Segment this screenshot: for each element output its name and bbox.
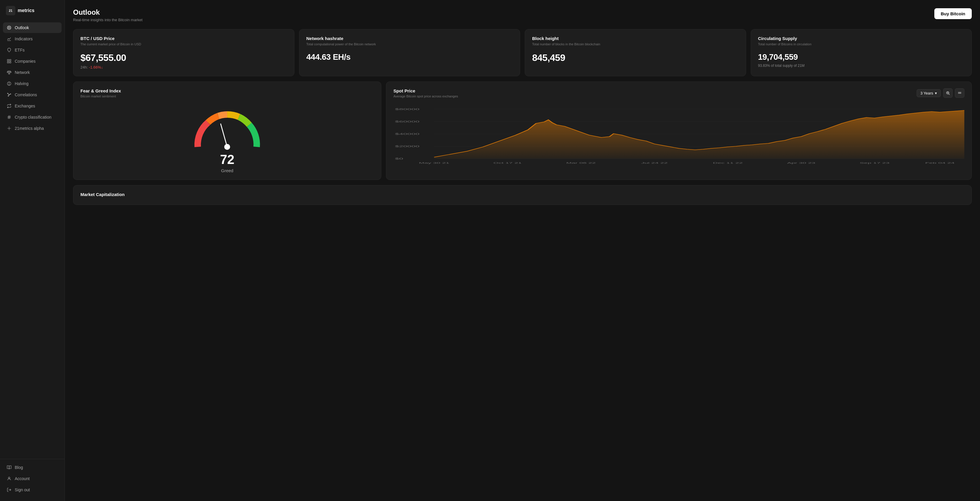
hashrate-desc: Total computational power of the Bitcoin… — [306, 42, 513, 46]
sidebar-item-account[interactable]: Account — [3, 473, 62, 484]
svg-rect-6 — [10, 62, 11, 63]
svg-line-31 — [221, 124, 227, 147]
menu-button[interactable] — [955, 88, 964, 98]
fear-greed-label: Greed — [221, 168, 233, 173]
sidebar-item-21metrics-alpha[interactable]: 21metrics alpha — [3, 123, 62, 134]
sidebar-item-indicators[interactable]: Indicators — [3, 33, 62, 44]
svg-point-0 — [8, 27, 10, 28]
spot-price-panel: Spot Price Average Bitcoin spot price ac… — [386, 82, 972, 180]
buy-bitcoin-button[interactable]: Buy Bitcoin — [934, 8, 972, 19]
x-label-6: Apr 30 23 — [787, 162, 815, 164]
halving-icon — [6, 81, 12, 86]
y-label-0: $0 — [395, 157, 403, 160]
sidebar-item-exchanges[interactable]: Exchanges — [3, 101, 62, 111]
hashrate-value: 444.63 EH/s — [306, 52, 513, 62]
time-selector-label: 3 Years — [921, 91, 933, 95]
sidebar-item-sign-out[interactable]: Sign out — [3, 485, 62, 495]
alpha-icon — [6, 126, 12, 131]
svg-point-29 — [8, 477, 10, 479]
network-icon — [6, 70, 12, 75]
circulating-supply-value: 19,704,559 — [758, 52, 965, 62]
svg-rect-8 — [10, 71, 11, 72]
exchanges-icon — [6, 103, 12, 109]
sidebar-item-blog[interactable]: Blog — [3, 462, 62, 473]
companies-icon — [6, 59, 12, 64]
svg-rect-7 — [7, 71, 8, 72]
btc-price-value: $67,555.00 — [80, 52, 287, 63]
page-header: Outlook Real-time insights into the Bitc… — [73, 8, 972, 22]
stat-cards-row: BTC / USD Price The current market price… — [73, 29, 972, 76]
svg-rect-9 — [8, 73, 10, 74]
chart-controls: 3 Years ▾ — [916, 88, 964, 98]
logo-box: 21 — [6, 6, 15, 15]
gauge-svg — [189, 109, 266, 150]
spot-price-desc: Average Bitcoin spot price across exchan… — [393, 95, 458, 98]
y-label-20k: $20000 — [395, 145, 420, 148]
stat-card-hashrate: Network hashrate Total computational pow… — [299, 29, 520, 76]
sidebar-label-account: Account — [15, 476, 30, 481]
zoom-button[interactable] — [943, 88, 953, 98]
page-title: Outlook — [73, 8, 143, 16]
x-label-7: Sep 17 23 — [860, 162, 889, 164]
logo: 21 metrics — [0, 6, 65, 22]
sidebar-label-correlations: Correlations — [15, 92, 37, 97]
fear-greed-title: Fear & Greed Index — [80, 88, 374, 93]
brand-name: metrics — [18, 8, 35, 13]
stat-card-btc-price: BTC / USD Price The current market price… — [73, 29, 294, 76]
circulating-supply-label: Circulating Supply — [758, 36, 965, 41]
x-label-3: Mar 06 22 — [566, 162, 596, 164]
y-label-60k: $60000 — [395, 120, 420, 123]
sidebar-item-crypto-classification[interactable]: Crypto classification — [3, 112, 62, 122]
btc-price-change: 24h: -1.66%↓ — [80, 65, 287, 70]
market-cap-card: Market Capitalization — [73, 185, 972, 205]
x-label-4: Jul 24 22 — [641, 162, 668, 164]
sidebar-item-companies[interactable]: Companies — [3, 56, 62, 67]
y-label-80k: $80000 — [395, 108, 420, 111]
menu-icon — [958, 91, 962, 95]
sign-out-icon — [6, 487, 12, 493]
circulating-supply-desc: Total number of Bitcoins in circulation — [758, 42, 965, 46]
fear-greed-value: 72 — [220, 152, 235, 167]
x-label-5: Dec 11 22 — [713, 162, 743, 164]
svg-rect-3 — [7, 59, 9, 61]
sidebar-label-indicators: Indicators — [15, 36, 33, 41]
sidebar-label-companies: Companies — [15, 59, 36, 63]
btc-price-label: BTC / USD Price — [80, 36, 287, 41]
spot-price-title: Spot Price — [393, 88, 458, 93]
sidebar-item-halving[interactable]: Halving — [3, 78, 62, 89]
sidebar-label-halving: Halving — [15, 81, 29, 86]
x-label-2: Oct 17 21 — [493, 162, 522, 164]
sidebar-item-correlations[interactable]: Correlations — [3, 89, 62, 100]
indicators-icon — [6, 36, 12, 41]
spot-price-chart: $80000 $60000 $40000 $20000 $0 — [393, 106, 964, 165]
logo-number: 21 — [9, 9, 13, 13]
time-selector[interactable]: 3 Years ▾ — [916, 89, 941, 97]
chart-area: $80000 $60000 $40000 $20000 $0 — [393, 106, 964, 165]
sidebar-label-21metrics-alpha: 21metrics alpha — [15, 126, 44, 131]
spot-price-text: Spot Price Average Bitcoin spot price ac… — [393, 88, 458, 103]
block-height-value: 845,459 — [532, 52, 739, 63]
y-label-40k: $40000 — [395, 132, 420, 135]
sidebar-item-network[interactable]: Network — [3, 67, 62, 78]
sidebar-item-outlook[interactable]: Outlook — [3, 22, 62, 33]
sidebar-label-sign-out: Sign out — [15, 487, 30, 492]
page-subtitle: Real-time insights into the Bitcoin mark… — [73, 17, 143, 22]
sidebar-label-outlook: Outlook — [15, 25, 29, 30]
gauge-container: 72 Greed — [80, 103, 374, 173]
x-label-8: Feb 04 24 — [925, 162, 955, 164]
svg-line-21 — [8, 93, 9, 95]
stat-card-circulating-supply: Circulating Supply Total number of Bitco… — [751, 29, 972, 76]
outlook-icon — [6, 25, 12, 30]
svg-line-27 — [10, 116, 10, 119]
svg-rect-4 — [10, 59, 11, 61]
btc-price-desc: The current market price of Bitcoin in U… — [80, 42, 287, 46]
block-height-desc: Total number of blocks in the Bitcoin bl… — [532, 42, 739, 46]
svg-point-1 — [7, 26, 11, 29]
header-text: Outlook Real-time insights into the Bitc… — [73, 8, 143, 22]
account-icon — [6, 476, 12, 481]
zoom-icon — [946, 91, 950, 95]
sidebar-item-etfs[interactable]: ETFs — [3, 45, 62, 55]
spot-price-header: Spot Price Average Bitcoin spot price ac… — [393, 88, 964, 103]
blog-icon — [6, 465, 12, 470]
stat-card-block-height: Block height Total number of blocks in t… — [525, 29, 746, 76]
